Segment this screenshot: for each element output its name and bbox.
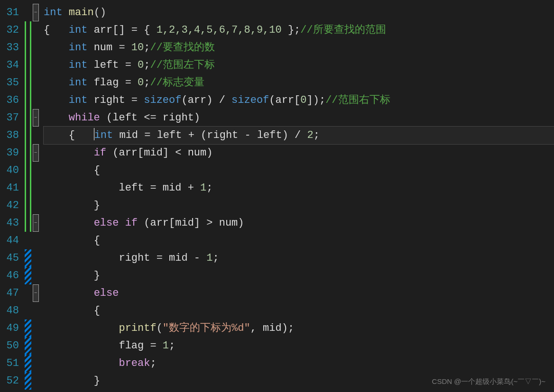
change-marker	[25, 197, 31, 214]
change-marker	[25, 232, 31, 249]
code-line[interactable]: { int arr[] = { 1,2,3,4,5,6,7,8,9,10 };/…	[44, 21, 554, 39]
change-marker	[25, 337, 31, 355]
fold-cell	[31, 355, 40, 372]
line-number: 34	[4, 56, 19, 74]
fold-cell: −	[31, 284, 40, 302]
change-marker	[25, 284, 31, 302]
text-cursor	[94, 128, 94, 140]
fold-cell	[31, 249, 40, 267]
line-number: 51	[4, 355, 19, 372]
change-marker	[25, 319, 31, 337]
change-marker	[25, 249, 31, 267]
code-line[interactable]: int num = 10;//要查找的数	[44, 39, 554, 56]
line-number: 33	[4, 39, 19, 56]
change-marker	[25, 39, 31, 56]
code-line[interactable]: else if (arr[mid] > num)	[44, 214, 554, 232]
line-number: 31	[4, 4, 19, 21]
fold-cell	[31, 197, 40, 214]
line-number: 50	[4, 337, 19, 355]
code-line[interactable]: int left = 0;//范围左下标	[44, 56, 554, 74]
line-number: 40	[4, 162, 19, 179]
change-marker	[25, 162, 31, 179]
line-number: 39	[4, 144, 19, 162]
change-marker	[25, 74, 31, 91]
fold-cell: −	[31, 214, 40, 232]
fold-cell	[31, 39, 40, 56]
change-marker	[25, 355, 31, 372]
change-marker	[25, 21, 31, 39]
fold-cell	[31, 179, 40, 197]
change-marker	[25, 179, 31, 197]
code-line[interactable]: break;	[44, 355, 554, 372]
code-line[interactable]: left = mid + 1;	[44, 179, 554, 197]
fold-cell	[31, 56, 40, 74]
fold-cell	[31, 319, 40, 337]
line-number: 47	[4, 284, 19, 302]
fold-minus-icon[interactable]: −	[33, 214, 39, 232]
fold-cell	[31, 21, 40, 39]
line-number: 48	[4, 302, 19, 319]
change-marker	[25, 267, 31, 284]
code-editor[interactable]: 31 32 33 34 35 36 37 38 39 40 41 42 43 4…	[0, 0, 554, 392]
code-line[interactable]: if (arr[mid] < num)	[44, 144, 554, 162]
fold-minus-icon[interactable]: −	[33, 109, 39, 127]
line-number: 37	[4, 109, 19, 127]
watermark: CSDN @一个超级小菜鸟(~￣▽￣)~	[432, 377, 545, 386]
code-line[interactable]: printf("数字的下标为%d", mid);	[44, 319, 554, 337]
line-number: 52	[4, 372, 19, 390]
code-line[interactable]: right = mid - 1;	[44, 249, 554, 267]
code-line[interactable]: {	[44, 232, 554, 249]
fold-cell: −	[31, 4, 40, 21]
fold-cell	[31, 127, 40, 144]
line-number: 38	[4, 127, 19, 144]
line-number: 49	[4, 319, 19, 337]
change-indicator-gutter	[25, 0, 31, 392]
fold-cell	[31, 91, 40, 109]
line-number: 35	[4, 74, 19, 91]
fold-cell	[31, 267, 40, 284]
change-marker	[25, 109, 31, 127]
change-marker	[25, 302, 31, 319]
line-number: 43	[4, 214, 19, 232]
fold-cell	[31, 162, 40, 179]
code-line[interactable]: else	[44, 284, 554, 302]
change-marker	[25, 91, 31, 109]
fold-cell	[31, 74, 40, 91]
line-number-gutter: 31 32 33 34 35 36 37 38 39 40 41 42 43 4…	[0, 0, 25, 392]
line-number: 42	[4, 197, 19, 214]
fold-cell	[31, 232, 40, 249]
fold-cell	[31, 372, 40, 390]
line-number: 45	[4, 249, 19, 267]
fold-gutter: −−−−−	[31, 0, 40, 392]
code-line[interactable]: while (left <= right)	[44, 109, 554, 127]
fold-cell	[31, 337, 40, 355]
change-marker	[25, 144, 31, 162]
change-marker	[25, 56, 31, 74]
line-number: 44	[4, 232, 19, 249]
code-line[interactable]: {	[44, 302, 554, 319]
fold-cell	[31, 302, 40, 319]
fold-minus-icon[interactable]: −	[33, 4, 39, 21]
line-number: 46	[4, 267, 19, 284]
code-line[interactable]: flag = 1;	[44, 337, 554, 355]
code-area[interactable]: int main() { int arr[] = { 1,2,3,4,5,6,7…	[40, 0, 554, 392]
code-line[interactable]: {	[44, 162, 554, 179]
fold-cell: −	[31, 144, 40, 162]
fold-minus-icon[interactable]: −	[33, 284, 39, 302]
code-line[interactable]: }	[44, 267, 554, 284]
code-line[interactable]: }	[44, 197, 554, 214]
line-number: 41	[4, 179, 19, 197]
code-line[interactable]: int right = sizeof(arr) / sizeof(arr[0])…	[44, 91, 554, 109]
change-marker	[25, 4, 31, 21]
code-line[interactable]: int main()	[44, 4, 554, 21]
fold-minus-icon[interactable]: −	[33, 144, 39, 162]
line-number: 36	[4, 91, 19, 109]
change-marker	[25, 214, 31, 232]
code-line-current[interactable]: { int mid = left + (right - left) / 2;	[44, 127, 554, 144]
code-line[interactable]: int flag = 0;//标志变量	[44, 74, 554, 91]
fold-cell: −	[31, 109, 40, 127]
change-marker	[25, 127, 31, 144]
change-marker	[25, 372, 31, 390]
line-number: 32	[4, 21, 19, 39]
